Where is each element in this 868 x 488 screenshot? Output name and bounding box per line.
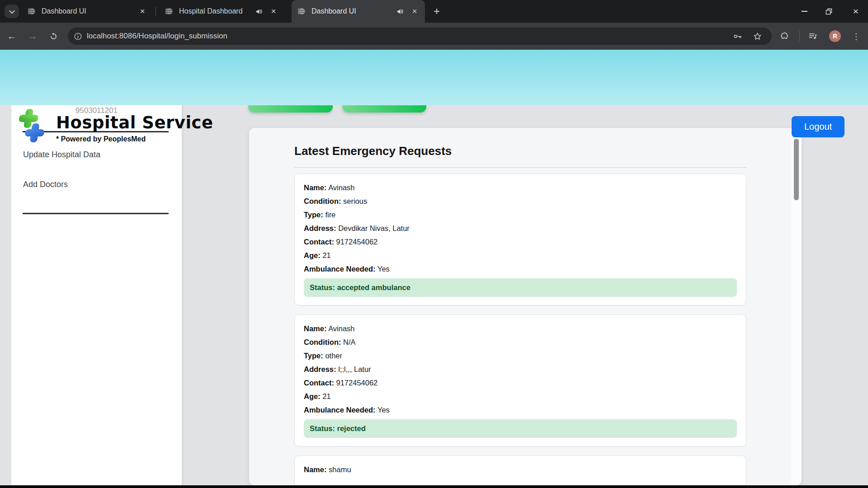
sidebar-item-add-doctors[interactable]: Add Doctors [23, 180, 68, 189]
minimize-icon [802, 11, 807, 12]
window-close-button[interactable]: × [844, 0, 868, 23]
request-name: Name: Avinash [304, 183, 737, 192]
close-tab-icon[interactable]: × [268, 5, 279, 17]
request-type: Type: fire [304, 211, 737, 219]
request-ambulance: Ambulance Needed: Yes [304, 265, 737, 273]
section-heading: Latest Emergency Requests [294, 144, 746, 158]
tab-dashboard-ui-active[interactable]: Dashboard UI × [292, 0, 425, 23]
hospital-service-logo [17, 109, 47, 144]
tab-audio-icon[interactable] [396, 8, 404, 15]
tab-search-button[interactable] [5, 5, 19, 18]
globe-favicon-icon [28, 7, 36, 15]
app-subtitle: * Powered by PeoplesMed [56, 135, 213, 143]
app-title: Hospital Service [56, 113, 213, 132]
heading-divider [294, 167, 746, 168]
new-tab-button[interactable]: + [429, 5, 444, 18]
chevron-down-icon [9, 8, 15, 14]
address-bar[interactable]: localhost:8086/Hospital/login_submission [68, 28, 772, 45]
tab-separator [156, 7, 156, 16]
clipped-action-button-2[interactable] [342, 105, 426, 113]
close-icon: × [853, 6, 859, 17]
url-text[interactable]: localhost:8086/Hospital/login_submission [87, 32, 227, 41]
status-badge: Status: accepted ambulance [304, 278, 737, 297]
emergency-request-card: Name: Avinash Condition: serious Type: f… [294, 174, 746, 305]
app-header: Hospital Service * Powered by PeoplesMed… [0, 50, 868, 105]
request-condition: Condition: serious [304, 197, 737, 205]
page-body: 9503011201 Update Hospital Data Add Doct… [0, 105, 868, 488]
status-badge: Status: rejected [304, 419, 737, 438]
reload-button[interactable] [45, 28, 61, 44]
tab-title: Dashboard UI [311, 7, 394, 15]
sidebar: 9503011201 Update Hospital Data Add Doct… [11, 105, 182, 485]
request-address: Address: Devdikar Nivas, Latur [304, 224, 737, 232]
browser-menu-kebab-icon[interactable]: ⋮ [848, 28, 864, 44]
restore-icon [826, 8, 832, 15]
sidebar-item-update-hospital-data[interactable]: Update Hospital Data [23, 150, 100, 160]
logout-button[interactable]: Logout [792, 116, 844, 137]
clipped-action-button-1[interactable] [248, 105, 333, 113]
media-controls-icon[interactable] [805, 28, 821, 44]
request-name: Name: shamu [304, 465, 737, 474]
request-age: Age: 21 [304, 392, 737, 400]
back-button[interactable]: ← [4, 28, 20, 44]
password-key-icon[interactable] [729, 28, 745, 44]
window-restore-button[interactable] [816, 0, 841, 23]
tab-strip: Dashboard UI × Hospital Dashboard × Dash… [0, 0, 868, 23]
tab-title: Hospital Dashboard [179, 7, 253, 15]
request-age: Age: 21 [304, 251, 737, 259]
window-minimize-button[interactable] [792, 0, 816, 23]
emergency-request-card: Name: Avinash Condition: N/A Type: other… [294, 314, 746, 446]
bottom-window-edge [0, 485, 868, 488]
globe-favicon-icon [165, 7, 174, 15]
globe-favicon-icon [298, 7, 306, 15]
extensions-puzzle-icon[interactable] [777, 28, 793, 44]
request-condition: Condition: N/A [304, 338, 737, 346]
site-info-icon[interactable] [74, 32, 82, 41]
reload-icon [49, 32, 58, 41]
close-tab-icon[interactable]: × [409, 5, 420, 17]
panel-content: Latest Emergency Requests Name: Avinash … [294, 144, 746, 485]
request-contact: Contact: 9172454062 [304, 238, 737, 246]
bookmark-star-icon[interactable] [749, 28, 765, 44]
sidebar-divider [23, 213, 169, 214]
tab-dashboard-ui-1[interactable]: Dashboard UI × [22, 0, 153, 23]
request-type: Type: other [304, 352, 737, 360]
profile-avatar[interactable]: R [829, 30, 841, 42]
panel-scrollbar[interactable] [791, 128, 802, 485]
tab-hospital-dashboard[interactable]: Hospital Dashboard × [159, 0, 284, 23]
request-address: Address: l;;l,,, Latur [304, 365, 737, 373]
emergency-requests-panel: Latest Emergency Requests Name: Avinash … [249, 128, 802, 485]
close-tab-icon[interactable]: × [137, 5, 148, 17]
emergency-request-card-partial: Name: shamu [294, 455, 746, 485]
forward-button[interactable]: → [24, 28, 41, 44]
tab-audio-icon[interactable] [255, 8, 263, 15]
request-contact: Contact: 9172454062 [304, 379, 737, 387]
request-ambulance: Ambulance Needed: Yes [304, 406, 737, 414]
toolbar-separator [799, 31, 800, 42]
browser-toolbar: ← → localhost:8086/Hospital/login_submis… [0, 23, 868, 50]
scrollbar-thumb[interactable] [794, 139, 799, 200]
tab-title: Dashboard UI [42, 7, 132, 15]
request-name: Name: Avinash [304, 324, 737, 333]
